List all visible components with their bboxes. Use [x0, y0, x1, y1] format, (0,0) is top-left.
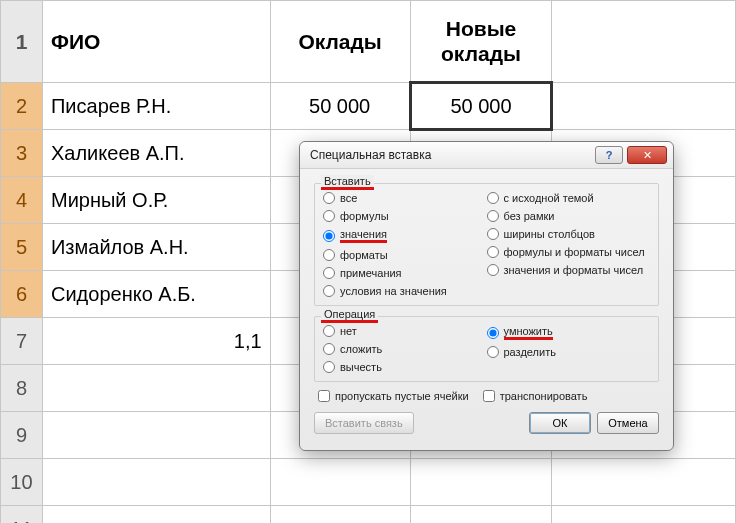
cell[interactable]	[42, 365, 270, 412]
row-header[interactable]: 7	[1, 318, 43, 365]
radio-formulas[interactable]: формулы	[323, 210, 487, 222]
dialog-titlebar[interactable]: Специальная вставка ? ✕	[300, 142, 673, 169]
radio-add[interactable]: сложить	[323, 343, 487, 355]
cell[interactable]: Мирный О.Р.	[42, 177, 270, 224]
cell[interactable]: Сидоренко А.Б.	[42, 271, 270, 318]
radio-col-widths[interactable]: ширины столбцов	[487, 228, 651, 240]
radio-label: все	[340, 192, 357, 204]
cell[interactable]: Халикеев А.П.	[42, 130, 270, 177]
col-header-salary[interactable]: Оклады	[270, 1, 410, 83]
radio-label: формулы	[340, 210, 389, 222]
row-header[interactable]: 5	[1, 224, 43, 271]
radio-label: значения и форматы чисел	[504, 264, 644, 276]
row-header[interactable]: 8	[1, 365, 43, 412]
cell[interactable]	[42, 506, 270, 524]
row-header[interactable]: 9	[1, 412, 43, 459]
cell[interactable]	[552, 459, 736, 506]
radio-label: формулы и форматы чисел	[504, 246, 645, 258]
cell[interactable]	[410, 459, 552, 506]
radio-values-numfmt[interactable]: значения и форматы чисел	[487, 264, 651, 276]
cell[interactable]	[552, 1, 736, 83]
radio-formulas-numfmt[interactable]: формулы и форматы чисел	[487, 246, 651, 258]
checkbox-label: пропускать пустые ячейки	[335, 390, 469, 402]
cell[interactable]: 50 000	[270, 83, 410, 130]
cell[interactable]	[552, 506, 736, 524]
cell[interactable]	[552, 83, 736, 130]
radio-subtract[interactable]: вычесть	[323, 361, 487, 373]
radio-label: ширины столбцов	[504, 228, 595, 240]
radio-label: примечания	[340, 267, 402, 279]
cell[interactable]	[270, 459, 410, 506]
radio-all[interactable]: все	[323, 192, 487, 204]
row-header[interactable]: 2	[1, 83, 43, 130]
cell[interactable]: Измайлов А.Н.	[42, 224, 270, 271]
cell[interactable]: Писарев Р.Н.	[42, 83, 270, 130]
radio-none[interactable]: нет	[323, 325, 487, 337]
radio-comments[interactable]: примечания	[323, 267, 487, 279]
paste-link-button: Вставить связь	[314, 412, 414, 434]
row-header[interactable]: 1	[1, 1, 43, 83]
col-header-new-salary[interactable]: Новые оклады	[410, 1, 552, 83]
row-header[interactable]: 6	[1, 271, 43, 318]
radio-values[interactable]: значения	[323, 228, 487, 243]
radio-label: вычесть	[340, 361, 382, 373]
checkbox-label: транспонировать	[500, 390, 588, 402]
paste-special-dialog: Специальная вставка ? ✕ Вставить все фор…	[299, 141, 674, 451]
radio-divide[interactable]: разделить	[487, 346, 651, 358]
dialog-title: Специальная вставка	[310, 148, 591, 162]
cancel-button[interactable]: Отмена	[597, 412, 659, 434]
radio-no-border[interactable]: без рамки	[487, 210, 651, 222]
radio-label: без рамки	[504, 210, 555, 222]
ok-button[interactable]: ОК	[529, 412, 591, 434]
help-button[interactable]: ?	[595, 146, 623, 164]
group-label-operation: Операция	[321, 308, 378, 323]
row-header[interactable]: 4	[1, 177, 43, 224]
cell[interactable]	[42, 412, 270, 459]
active-cell[interactable]: 50 000	[410, 83, 552, 130]
col-header-fio[interactable]: ФИО	[42, 1, 270, 83]
cell[interactable]	[270, 506, 410, 524]
radio-label: условия на значения	[340, 285, 447, 297]
cell[interactable]	[42, 459, 270, 506]
close-button[interactable]: ✕	[627, 146, 667, 164]
radio-label: нет	[340, 325, 357, 337]
cell[interactable]	[410, 506, 552, 524]
radio-source-theme[interactable]: с исходной темой	[487, 192, 651, 204]
row-header[interactable]: 3	[1, 130, 43, 177]
cell[interactable]: 1,1	[42, 318, 270, 365]
radio-label: форматы	[340, 249, 388, 261]
radio-label: сложить	[340, 343, 382, 355]
radio-label: с исходной темой	[504, 192, 594, 204]
radio-label: умножить	[504, 325, 553, 340]
group-label-insert: Вставить	[321, 175, 374, 190]
radio-label: значения	[340, 228, 387, 243]
radio-label: разделить	[504, 346, 556, 358]
row-header[interactable]: 11	[1, 506, 43, 524]
checkbox-skip-blanks[interactable]: пропускать пустые ячейки	[318, 390, 469, 402]
radio-formats[interactable]: форматы	[323, 249, 487, 261]
radio-validation[interactable]: условия на значения	[323, 285, 487, 297]
radio-multiply[interactable]: умножить	[487, 325, 651, 340]
checkbox-transpose[interactable]: транспонировать	[483, 390, 588, 402]
row-header[interactable]: 10	[1, 459, 43, 506]
